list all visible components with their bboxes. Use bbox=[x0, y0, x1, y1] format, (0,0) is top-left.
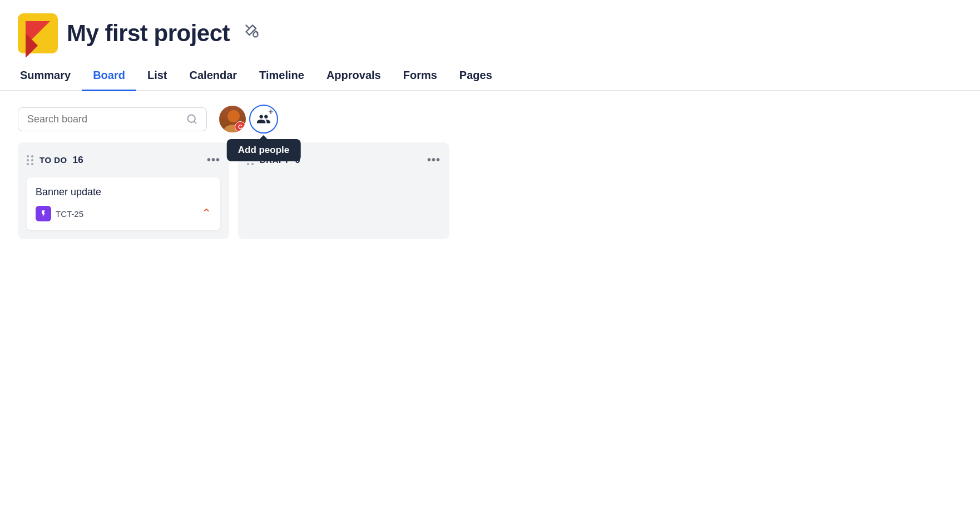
avatar-badge: C bbox=[235, 121, 246, 132]
add-person-container: Add people bbox=[249, 105, 278, 134]
tab-pages[interactable]: Pages bbox=[448, 62, 503, 91]
avatar-group: C Add people bbox=[218, 105, 278, 134]
card-id-text: TCT-25 bbox=[56, 209, 83, 219]
card-meta: TCT-25 ⌃ bbox=[36, 206, 211, 221]
avatar[interactable]: C bbox=[218, 105, 247, 134]
plus-icon bbox=[267, 108, 275, 116]
logo-shadow bbox=[26, 33, 50, 58]
card-title: Banner update bbox=[36, 186, 211, 198]
add-person-button[interactable] bbox=[249, 105, 278, 134]
card-id: TCT-25 bbox=[36, 206, 83, 221]
tab-board[interactable]: Board bbox=[82, 62, 136, 91]
project-title: My first project bbox=[67, 20, 230, 47]
search-box[interactable] bbox=[18, 107, 207, 131]
column-menu-draft[interactable]: ••• bbox=[427, 154, 440, 166]
column-todo: TO DO 16 ••• Banner update TCT-25 ⌃ bbox=[18, 142, 229, 239]
toolbar: C Add people bbox=[0, 91, 980, 142]
tab-list[interactable]: List bbox=[136, 62, 179, 91]
column-count-todo: 16 bbox=[73, 155, 83, 166]
drag-handle[interactable] bbox=[27, 155, 34, 165]
tab-calendar[interactable]: Calendar bbox=[179, 62, 249, 91]
page-header: My first project bbox=[0, 0, 980, 53]
search-input[interactable] bbox=[27, 113, 181, 125]
project-logo bbox=[18, 13, 58, 53]
chevron-up-icon[interactable]: ⌃ bbox=[201, 206, 211, 221]
column-title-todo: TO DO bbox=[39, 155, 67, 165]
add-people-tooltip: Add people bbox=[227, 139, 301, 161]
column-header-todo: TO DO 16 ••• bbox=[27, 151, 220, 169]
tab-forms[interactable]: Forms bbox=[392, 62, 448, 91]
tab-timeline[interactable]: Timeline bbox=[248, 62, 315, 91]
search-icon bbox=[186, 113, 197, 125]
tab-summary[interactable]: Summary bbox=[18, 62, 82, 91]
nav-tabs: Summary Board List Calendar Timeline App… bbox=[0, 62, 980, 91]
column-menu-todo[interactable]: ••• bbox=[207, 154, 220, 166]
board-card: Banner update TCT-25 ⌃ bbox=[27, 177, 220, 230]
paint-bucket-icon[interactable] bbox=[244, 24, 260, 43]
tab-approvals[interactable]: Approvals bbox=[315, 62, 392, 91]
svg-line-1 bbox=[194, 121, 196, 123]
board-area: TO DO 16 ••• Banner update TCT-25 ⌃ bbox=[0, 142, 980, 257]
bolt-icon bbox=[36, 206, 51, 221]
